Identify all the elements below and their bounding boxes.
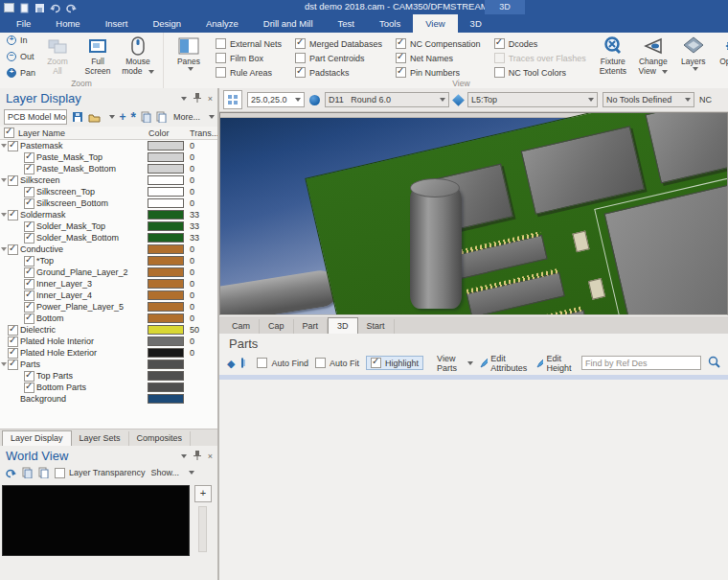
options-button[interactable]: Options	[714, 35, 728, 67]
layer-visibility-checkbox[interactable]	[8, 360, 18, 370]
pin-icon[interactable]	[193, 93, 201, 104]
zoom-out-button[interactable]: − Out	[7, 52, 35, 61]
world-view-scrollbar[interactable]	[198, 506, 207, 552]
coordinates-combo[interactable]: 25.0,25.0	[247, 92, 305, 107]
ribbon-tab[interactable]: File	[4, 14, 43, 33]
view-option-checkbox[interactable]: NC Compensation	[396, 38, 481, 49]
ribbon-tab[interactable]: Analyze	[193, 14, 251, 33]
layer-row[interactable]: Solder_Mask_Bottom 33	[0, 232, 218, 244]
world-view-zoom-in-button[interactable]: +	[194, 485, 212, 502]
view-option-checkbox[interactable]: Film Box	[216, 53, 282, 63]
layer-color-swatch[interactable]	[148, 290, 184, 300]
paste-icon[interactable]	[38, 467, 49, 478]
select-all-checkbox[interactable]	[4, 128, 14, 138]
layer-visibility-checkbox[interactable]	[24, 198, 34, 209]
layer-visibility-checkbox[interactable]	[24, 383, 34, 393]
layer-color-swatch[interactable]	[148, 360, 184, 369]
chevron-down-icon[interactable]	[109, 115, 115, 119]
layer-color-swatch[interactable]	[148, 187, 184, 197]
view-option-checkbox[interactable]: Merged Databases	[295, 38, 382, 49]
layer-row[interactable]: Plated Hole Interior 0	[0, 336, 218, 347]
save-icon[interactable]	[34, 3, 45, 12]
view-option-checkbox[interactable]: NC Tool Colors	[494, 67, 586, 78]
document-tab[interactable]: 3D	[328, 317, 358, 334]
panel-tab[interactable]: Layer Sets	[72, 431, 129, 446]
highlight-checkbox[interactable]: Highlight	[366, 356, 423, 370]
ribbon-tab[interactable]: View	[413, 14, 457, 33]
ribbon-tab[interactable]: Drill and Mill	[251, 14, 326, 33]
layer-color-swatch[interactable]	[148, 244, 184, 254]
layer-visibility-checkbox[interactable]	[24, 233, 34, 244]
layer-row[interactable]: Dielectric 50	[0, 324, 218, 336]
layer-color-swatch[interactable]	[148, 141, 184, 151]
board-outline-icon[interactable]	[241, 358, 243, 368]
document-tab[interactable]: Start	[358, 319, 395, 334]
layer-color-swatch[interactable]	[148, 394, 184, 404]
3d-viewport[interactable]: U5 U4 U7 P1 Z X Y	[219, 112, 728, 315]
paste-icon[interactable]	[156, 111, 167, 123]
layer-color-swatch[interactable]	[148, 348, 184, 358]
pan-button[interactable]: + Pan	[7, 68, 35, 78]
layer-color-swatch[interactable]	[148, 175, 184, 185]
layer-color-swatch[interactable]	[148, 256, 184, 266]
view-parts-button[interactable]: View Parts	[437, 354, 457, 373]
layer-visibility-checkbox[interactable]	[24, 313, 34, 324]
layer-color-swatch[interactable]	[148, 371, 184, 381]
layer-color-swatch[interactable]	[148, 336, 184, 346]
close-icon[interactable]: ×	[208, 94, 213, 104]
more-button[interactable]: More...	[173, 112, 200, 122]
fixture-extents-button[interactable]: Fixture Extents	[593, 35, 633, 77]
layer-row[interactable]: Background	[0, 393, 218, 405]
edit-attributes-button[interactable]: Edit Attributes	[480, 354, 530, 373]
layer-color-swatch[interactable]	[148, 210, 184, 220]
find-by-ref-des-input[interactable]	[581, 356, 701, 370]
ribbon-tab[interactable]: 3D	[458, 14, 494, 33]
show-button[interactable]: Show...	[151, 468, 180, 477]
layer-color-swatch[interactable]	[148, 221, 184, 231]
expander-icon[interactable]	[0, 362, 8, 366]
ribbon-tab[interactable]: Home	[43, 14, 92, 33]
layer-row[interactable]: Paste_Mask_Bottom 0	[0, 163, 218, 174]
layer-color-swatch[interactable]	[148, 267, 184, 277]
layer-row[interactable]: Bottom 0	[0, 313, 218, 324]
auto-fit-checkbox[interactable]: Auto Fit	[315, 358, 359, 368]
expander-icon[interactable]	[0, 213, 8, 217]
refresh-icon[interactable]	[5, 468, 16, 478]
view-option-checkbox[interactable]: Net Names	[396, 53, 481, 63]
layer-visibility-checkbox[interactable]	[8, 141, 18, 151]
view-option-checkbox[interactable]: Pin Numbers	[396, 67, 481, 78]
layer-color-swatch[interactable]	[148, 325, 184, 335]
save-layers-icon[interactable]	[72, 111, 83, 123]
undo-icon[interactable]	[50, 3, 60, 12]
grid-snap-button[interactable]	[223, 90, 242, 109]
auto-find-checkbox[interactable]: Auto Find	[257, 358, 308, 368]
layers-button[interactable]: Layers	[673, 35, 714, 71]
layer-visibility-checkbox[interactable]	[24, 164, 34, 174]
panel-menu-icon[interactable]	[181, 454, 187, 458]
new-document-icon[interactable]	[19, 3, 30, 12]
ribbon-tab[interactable]: Test	[326, 14, 367, 33]
expander-icon[interactable]	[0, 178, 8, 182]
layer-visibility-checkbox[interactable]	[8, 210, 18, 220]
layer-color-swatch[interactable]	[148, 313, 184, 323]
change-view-button[interactable]: Change View	[633, 35, 673, 77]
view-option-checkbox[interactable]: Dcodes	[494, 38, 586, 49]
layer-visibility-checkbox[interactable]	[8, 244, 18, 255]
redo-icon[interactable]	[65, 3, 76, 12]
copy-icon[interactable]	[141, 111, 151, 123]
layer-color-swatch[interactable]	[148, 198, 184, 208]
mouse-mode-button[interactable]: Mouse mode	[118, 35, 158, 77]
select-diamond-icon[interactable]: ◆	[227, 359, 235, 368]
search-icon[interactable]	[708, 356, 720, 370]
layer-visibility-checkbox[interactable]	[8, 175, 18, 186]
layer-row[interactable]: Bottom Parts	[0, 382, 218, 393]
tools-combo[interactable]: No Tools Defined	[603, 92, 694, 107]
snowflake-icon[interactable]: *	[131, 113, 136, 121]
ribbon-tab[interactable]: Insert	[93, 14, 141, 33]
full-screen-button[interactable]: Full Screen	[78, 35, 118, 77]
view-option-checkbox[interactable]: Rule Areas	[216, 67, 282, 78]
panes-button[interactable]: Panes	[169, 35, 209, 71]
document-tab[interactable]: Cap	[260, 319, 294, 334]
layer-color-swatch[interactable]	[148, 279, 184, 289]
view-option-checkbox[interactable]: Part Centroids	[295, 53, 382, 63]
